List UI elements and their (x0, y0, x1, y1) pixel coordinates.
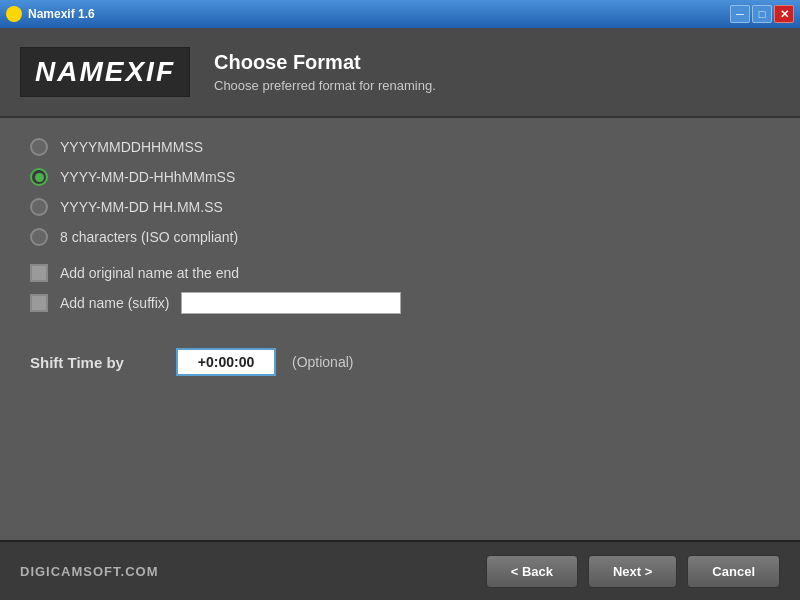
format-option-2[interactable]: YYYY-MM-DD-HHhMMmSS (30, 168, 770, 186)
logo-area: NAMEXIF (20, 47, 190, 97)
header-text: Choose Format Choose preferred format fo… (214, 51, 436, 93)
header: NAMEXIF Choose Format Choose preferred f… (0, 28, 800, 118)
main-window: NAMEXIF Choose Format Choose preferred f… (0, 28, 800, 600)
checkbox-group: Add original name at the end Add name (s… (30, 264, 770, 314)
checkbox-label-2: Add name (suffix) (60, 295, 169, 311)
suffix-input[interactable] (181, 292, 401, 314)
brand-label: DIGICAMSOFT.COM (20, 564, 159, 579)
svg-marker-0 (8, 9, 20, 20)
back-button[interactable]: < Back (486, 555, 578, 588)
shift-time-row: Shift Time by (Optional) (30, 348, 770, 376)
checkbox-box-1 (30, 264, 48, 282)
checkbox-label-1: Add original name at the end (60, 265, 239, 281)
checkbox-suffix[interactable]: Add name (suffix) (30, 292, 770, 314)
minimize-button[interactable]: ─ (730, 5, 750, 23)
format-option-4[interactable]: 8 characters (ISO compliant) (30, 228, 770, 246)
next-button[interactable]: Next > (588, 555, 677, 588)
nav-buttons: < Back Next > Cancel (486, 555, 780, 588)
checkbox-box-2 (30, 294, 48, 312)
title-bar-left: Namexif 1.6 (6, 6, 95, 22)
format-radio-group: YYYYMMDDHHMMSS YYYY-MM-DD-HHhMMmSS YYYY-… (30, 138, 770, 246)
title-bar-buttons: ─ □ ✕ (730, 5, 794, 23)
shift-time-optional: (Optional) (292, 354, 353, 370)
format-option-3[interactable]: YYYY-MM-DD HH.MM.SS (30, 198, 770, 216)
shift-time-label: Shift Time by (30, 354, 160, 371)
logo-text: NAMEXIF (35, 56, 175, 87)
header-subtitle: Choose preferred format for renaming. (214, 78, 436, 93)
checkbox-original-name[interactable]: Add original name at the end (30, 264, 770, 282)
app-icon (6, 6, 22, 22)
content-area: YYYYMMDDHHMMSS YYYY-MM-DD-HHhMMmSS YYYY-… (0, 118, 800, 540)
radio-circle-4 (30, 228, 48, 246)
shift-time-input[interactable] (176, 348, 276, 376)
format-label-1: YYYYMMDDHHMMSS (60, 139, 203, 155)
format-label-4: 8 characters (ISO compliant) (60, 229, 238, 245)
radio-circle-3 (30, 198, 48, 216)
title-bar-title: Namexif 1.6 (28, 7, 95, 21)
format-option-1[interactable]: YYYYMMDDHHMMSS (30, 138, 770, 156)
format-label-3: YYYY-MM-DD HH.MM.SS (60, 199, 223, 215)
bottom-bar: DIGICAMSOFT.COM < Back Next > Cancel (0, 540, 800, 600)
close-button[interactable]: ✕ (774, 5, 794, 23)
format-label-2: YYYY-MM-DD-HHhMMmSS (60, 169, 235, 185)
maximize-button[interactable]: □ (752, 5, 772, 23)
cancel-button[interactable]: Cancel (687, 555, 780, 588)
header-title: Choose Format (214, 51, 436, 74)
radio-circle-1 (30, 138, 48, 156)
radio-circle-2 (30, 168, 48, 186)
title-bar: Namexif 1.6 ─ □ ✕ (0, 0, 800, 28)
